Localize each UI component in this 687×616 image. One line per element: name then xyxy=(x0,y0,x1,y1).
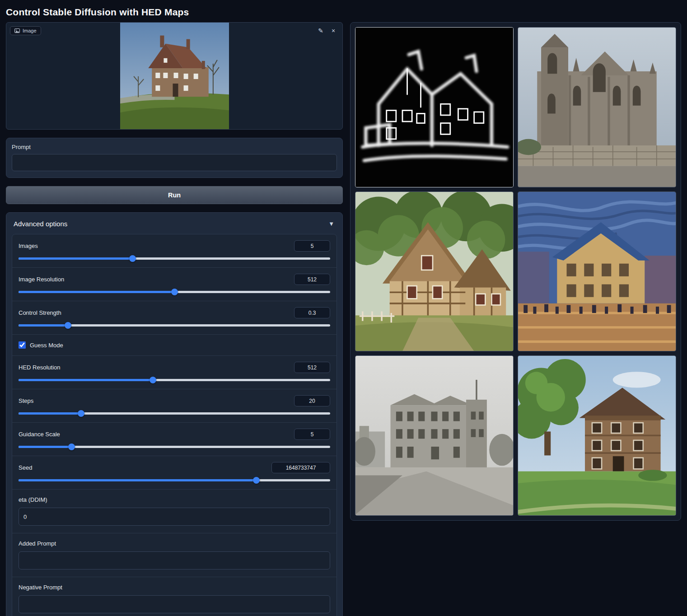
control-strength-slider-row: Control Strength xyxy=(12,301,336,334)
guidance-scale-slider-row: Guidance Scale xyxy=(12,422,336,456)
guidance-scale-value-input[interactable] xyxy=(294,429,330,440)
added-prompt-label: Added Prompt xyxy=(19,540,56,547)
image-resolution-value-input[interactable] xyxy=(294,274,330,285)
pencil-icon: ✎ xyxy=(318,27,323,34)
image-label: Image xyxy=(23,28,37,33)
control-strength-slider[interactable] xyxy=(19,324,330,327)
advanced-options-title: Advanced options xyxy=(14,220,67,228)
steps-slider-row: Steps xyxy=(12,389,336,422)
steps-slider-handle[interactable] xyxy=(78,410,84,417)
steps-slider[interactable] xyxy=(19,412,330,415)
hed-resolution-slider-handle[interactable] xyxy=(150,377,156,383)
images-label: Images xyxy=(19,243,38,249)
app-window: Control Stable Diffusion with HED Maps I… xyxy=(0,0,687,616)
added-prompt-row: Added Prompt xyxy=(12,533,336,577)
seed-slider-row: Seed xyxy=(12,456,336,489)
gallery-item-stone-cathedral[interactable] xyxy=(518,27,676,187)
gallery-item-hed-edge-map[interactable] xyxy=(355,27,514,187)
added-prompt-input[interactable] xyxy=(19,551,330,569)
steps-label: Steps xyxy=(19,397,33,404)
output-gallery xyxy=(350,22,681,521)
guess-mode-label[interactable]: Guess Mode xyxy=(30,342,63,349)
seed-label: Seed xyxy=(19,464,32,471)
page-title: Control Stable Diffusion with HED Maps xyxy=(0,0,687,22)
advanced-options-form: Images Image Resolution xyxy=(12,234,337,616)
control-strength-value-input[interactable] xyxy=(294,307,330,318)
negative-prompt-label: Negative Prompt xyxy=(19,584,62,591)
steps-value-input[interactable] xyxy=(294,395,330,406)
guidance-scale-slider-handle[interactable] xyxy=(68,443,75,450)
image-upload-component[interactable]: Image ✎ × xyxy=(6,22,343,130)
gallery-item-country-house[interactable] xyxy=(518,355,676,516)
hed-resolution-label: HED Resolution xyxy=(19,364,61,371)
image-resolution-slider-row: Image Resolution xyxy=(12,267,336,301)
prompt-label: Prompt xyxy=(12,144,337,150)
hed-resolution-value-input[interactable] xyxy=(294,362,330,373)
gallery-item-vintage-building[interactable] xyxy=(355,355,514,516)
negative-prompt-input[interactable] xyxy=(19,595,330,613)
hed-resolution-slider[interactable] xyxy=(19,379,330,381)
guess-mode-row: Guess Mode xyxy=(12,334,336,355)
control-strength-label: Control Strength xyxy=(19,309,61,316)
image-icon xyxy=(14,28,20,33)
uploaded-house-photo xyxy=(120,22,229,130)
seed-slider-handle[interactable] xyxy=(253,477,260,484)
image-label-badge: Image xyxy=(10,26,41,35)
images-value-input[interactable] xyxy=(294,240,330,252)
guess-mode-checkbox[interactable] xyxy=(19,341,26,349)
seed-slider[interactable] xyxy=(19,479,330,481)
eta-input[interactable] xyxy=(19,508,330,526)
images-slider-handle[interactable] xyxy=(129,255,136,262)
controls-column: Image ✎ × xyxy=(6,22,343,616)
image-resolution-slider-handle[interactable] xyxy=(171,289,178,295)
close-icon: × xyxy=(332,27,335,34)
clear-image-button[interactable]: × xyxy=(328,25,339,36)
image-resolution-label: Image Resolution xyxy=(19,276,64,283)
control-strength-slider-handle[interactable] xyxy=(65,322,71,329)
advanced-options-accordion[interactable]: Advanced options ▼ xyxy=(12,218,337,234)
hed-resolution-slider-row: HED Resolution xyxy=(12,355,336,389)
prompt-input[interactable] xyxy=(12,154,337,171)
advanced-options-panel: Advanced options ▼ Images xyxy=(6,212,343,616)
run-button[interactable]: Run xyxy=(6,186,343,204)
gallery-item-painted-building[interactable] xyxy=(518,191,676,352)
images-slider-row: Images xyxy=(12,234,336,267)
image-resolution-slider[interactable] xyxy=(19,291,330,293)
gallery-item-wooden-cottage[interactable] xyxy=(355,191,514,352)
prompt-block: Prompt xyxy=(6,138,343,178)
guidance-scale-slider[interactable] xyxy=(19,446,330,448)
images-slider[interactable] xyxy=(19,257,330,260)
seed-value-input[interactable] xyxy=(271,462,330,473)
chevron-down-icon: ▼ xyxy=(328,220,334,227)
edit-image-button[interactable]: ✎ xyxy=(315,25,326,36)
negative-prompt-row: Negative Prompt xyxy=(12,577,336,616)
guidance-scale-label: Guidance Scale xyxy=(19,431,60,438)
eta-label: eta (DDIM) xyxy=(19,496,47,503)
eta-row: eta (DDIM) xyxy=(12,489,336,533)
